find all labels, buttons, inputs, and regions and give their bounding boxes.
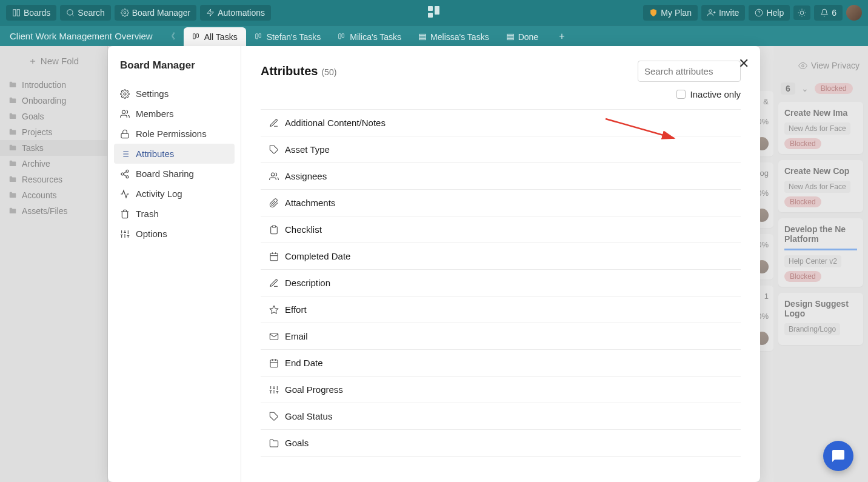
view-tabs: All TasksStefan's TasksMilica's TasksMel…	[184, 26, 547, 46]
sun-icon	[798, 8, 806, 17]
user-plus-icon	[707, 8, 716, 17]
modal-nav: SettingsMembersRole PermissionsAttribute…	[108, 80, 241, 247]
zap-icon	[206, 8, 215, 17]
close-button[interactable]: ✕	[738, 56, 749, 72]
nav-label: Activity Log	[136, 189, 182, 199]
board-manager-button[interactable]: Board Manager	[115, 5, 197, 21]
attribute-goal-status[interactable]: Goal Status	[261, 403, 741, 430]
add-tab-button[interactable]: +	[552, 26, 572, 47]
board-icon	[338, 33, 346, 41]
svg-rect-59	[428, 13, 433, 18]
attribute-description[interactable]: Description	[261, 270, 741, 296]
search-attributes-input[interactable]	[638, 61, 741, 82]
attribute-assignees[interactable]: Assignees	[261, 163, 741, 190]
nav-options[interactable]: Options	[114, 224, 235, 244]
nav-attributes[interactable]: Attributes	[114, 144, 235, 164]
nav-label: Members	[136, 109, 174, 119]
list-icon	[506, 33, 515, 41]
inactive-only-label: Inactive only	[690, 89, 741, 99]
board-icon	[255, 33, 263, 41]
tag-icon	[269, 412, 279, 421]
attribute-goal-progress[interactable]: Goal Progress	[261, 377, 741, 403]
user-avatar[interactable]	[846, 5, 862, 21]
folder-icon	[269, 438, 279, 448]
svg-rect-58	[435, 6, 439, 15]
nav-icon	[120, 149, 130, 159]
help-button[interactable]: Help	[749, 5, 790, 21]
attr-label: Goal Status	[285, 411, 332, 421]
nav-board-sharing[interactable]: Board Sharing	[114, 164, 235, 184]
attr-label: Goal Progress	[285, 384, 343, 395]
attr-label: Asset Type	[285, 144, 330, 155]
attr-label: Checklist	[285, 224, 322, 235]
tab-milica-s-tasks[interactable]: Milica's Tasks	[329, 27, 410, 46]
attribute-additional-content-notes[interactable]: Additional Content/Notes	[261, 109, 741, 136]
notifications-button[interactable]: 6	[814, 5, 843, 21]
attr-label: Description	[285, 278, 330, 288]
attribute-email[interactable]: Email	[261, 323, 741, 350]
nav-icon	[120, 209, 130, 219]
tab-melissa-s-tasks[interactable]: Melissa's Tasks	[410, 27, 498, 46]
tab-label: Stefan's Tasks	[267, 32, 321, 42]
inactive-only-checkbox[interactable]	[676, 90, 686, 99]
search-button[interactable]: Search	[60, 5, 110, 21]
theme-toggle[interactable]	[793, 5, 810, 20]
nav-icon	[120, 109, 130, 119]
attribute-attachments[interactable]: Attachments	[261, 190, 741, 216]
calendar-icon	[269, 252, 279, 261]
tab-stefan-s-tasks[interactable]: Stefan's Tasks	[246, 27, 330, 46]
attr-label: Attachments	[285, 198, 335, 208]
nav-label: Settings	[136, 89, 169, 99]
attr-label: Goals	[285, 438, 309, 448]
bell-icon	[820, 8, 829, 17]
nav-role-permissions[interactable]: Role Permissions	[114, 124, 235, 144]
nav-members[interactable]: Members	[114, 104, 235, 124]
shield-icon	[649, 8, 658, 17]
boards-button[interactable]: Boards	[6, 5, 56, 21]
tab-label: Milica's Tasks	[350, 32, 401, 42]
nav-trash[interactable]: Trash	[114, 204, 235, 224]
search-icon	[66, 8, 75, 17]
boards-label: Boards	[24, 8, 50, 18]
nav-icon	[120, 169, 130, 179]
calendar-icon	[269, 358, 279, 368]
board-manager-label: Board Manager	[132, 8, 191, 18]
nav-settings[interactable]: Settings	[114, 84, 235, 104]
clipboard-icon	[269, 225, 279, 235]
intercom-icon	[831, 449, 846, 463]
modal-main: ✕ Attributes (50) Inactive only Addition…	[241, 46, 760, 482]
users-icon	[269, 172, 279, 181]
attribute-effort[interactable]: Effort	[261, 296, 741, 323]
board-icon	[192, 33, 201, 41]
invite-button[interactable]: Invite	[701, 5, 745, 21]
tab-all-tasks[interactable]: All Tasks	[184, 27, 246, 46]
attr-label: Assignees	[285, 171, 327, 181]
tab-label: Melissa's Tasks	[430, 32, 489, 42]
nav-icon	[120, 229, 130, 239]
nav-label: Options	[136, 229, 167, 239]
automations-button[interactable]: Automations	[200, 5, 271, 21]
collapse-sidebar-button[interactable]: 《	[164, 30, 179, 43]
attr-label: Email	[285, 331, 308, 341]
nav-activity-log[interactable]: Activity Log	[114, 184, 235, 204]
attribute-checklist[interactable]: Checklist	[261, 216, 741, 243]
attribute-asset-type[interactable]: Asset Type	[261, 136, 741, 163]
automations-label: Automations	[218, 8, 265, 18]
modal-title: Board Manager	[108, 59, 241, 80]
app-logo[interactable]	[427, 5, 441, 21]
nav-icon	[120, 89, 130, 99]
modal-sidebar: Board Manager SettingsMembersRole Permis…	[108, 46, 241, 482]
pen-icon	[269, 118, 279, 128]
attribute-end-date[interactable]: End Date	[261, 350, 741, 377]
my-plan-button[interactable]: My Plan	[643, 5, 698, 21]
attribute-completed-date[interactable]: Completed Date	[261, 243, 741, 270]
help-label: Help	[766, 8, 784, 18]
nav-label: Attributes	[136, 149, 174, 159]
attr-title-text: Attributes	[261, 64, 318, 78]
tab-done[interactable]: Done	[498, 27, 547, 46]
attribute-goals[interactable]: Goals	[261, 430, 741, 457]
tab-label: Done	[518, 32, 538, 42]
notifications-count: 6	[832, 8, 836, 18]
help-icon	[755, 8, 763, 17]
intercom-launcher[interactable]	[823, 441, 853, 471]
